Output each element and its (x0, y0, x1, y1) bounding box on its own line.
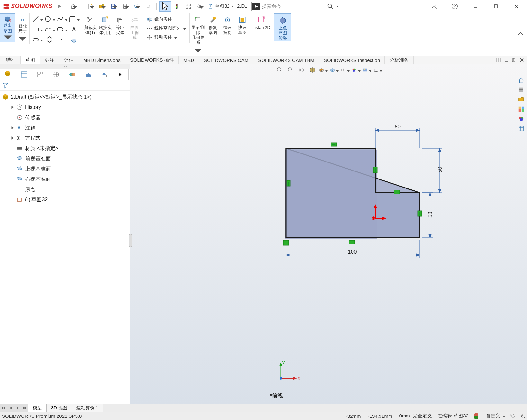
document-title[interactable]: 草图32 ← 2.D... (208, 3, 249, 9)
spline-tool[interactable] (56, 14, 67, 24)
mirror-entities-button[interactable]: 镜向实体 (145, 15, 187, 24)
shaded-sketch-contour-button[interactable]: 上色 草图 轮廓 (274, 13, 291, 41)
point-tool[interactable] (56, 35, 67, 44)
panel-splitter[interactable] (129, 234, 132, 247)
open-doc-button[interactable] (96, 1, 108, 12)
rectangle-tool[interactable] (31, 24, 43, 34)
tab-evaluate[interactable]: 评估 (59, 56, 78, 64)
nav-first-icon[interactable] (0, 404, 7, 412)
doc-close-icon[interactable] (519, 57, 524, 63)
tree-top-plane[interactable]: 上视基准面 (1, 164, 130, 174)
tree-right-plane[interactable]: 右视基准面 (1, 174, 130, 184)
tree-sketch32[interactable]: (-) 草图32 (1, 195, 130, 205)
search-box[interactable] (251, 2, 341, 11)
instant2d-button[interactable]: Instant2D (250, 14, 272, 30)
quick-snap-button[interactable]: 快速 捕捉 (220, 14, 235, 35)
maximize-button[interactable] (488, 1, 504, 12)
tab-sw-addins[interactable]: SOLIDWORKS 插件 (125, 56, 179, 64)
bottom-tab-model[interactable]: 模型 (28, 404, 47, 412)
tab-analysis-prep[interactable]: 分析准备 (385, 56, 414, 64)
collapse-ribbon-icon[interactable] (517, 30, 524, 38)
fm-tab-property[interactable] (16, 69, 32, 80)
arc-tool[interactable] (44, 24, 55, 34)
fm-tab-display[interactable] (64, 69, 80, 80)
bottom-tab-motion[interactable]: 运动算例 1 (72, 404, 103, 412)
smart-dimension-button[interactable]: 智能 尺寸 (15, 13, 30, 44)
doc-maximize-icon[interactable] (512, 57, 517, 63)
tree-front-plane[interactable]: 前视基准面 (1, 153, 130, 164)
tree-origin[interactable]: 原点 (1, 184, 130, 195)
status-custom[interactable]: 自定义 (485, 413, 506, 419)
tree-history[interactable]: History (1, 102, 130, 112)
exit-sketch-button[interactable]: 退出 草图 (0, 13, 15, 42)
fm-tab-dimxpert[interactable] (48, 69, 64, 80)
rebuild-options-button[interactable] (183, 1, 194, 12)
minimize-button[interactable] (467, 1, 483, 12)
search-input[interactable] (260, 4, 327, 9)
settings-button[interactable] (194, 1, 206, 12)
move-entities-button[interactable]: 移动实体 (145, 33, 187, 42)
trim-entities-button[interactable]: 剪裁实 体(T) (83, 14, 97, 35)
ellipse-tool[interactable] (56, 24, 67, 34)
traffic-light-icon[interactable] (171, 1, 183, 12)
user-account-icon[interactable] (426, 1, 442, 12)
tree-annotations[interactable]: A 注解 (1, 123, 130, 133)
plane-tool[interactable] (68, 35, 80, 44)
3d-canvas[interactable]: ✱ 50 50 (130, 64, 527, 404)
fm-tab-more[interactable] (112, 69, 129, 80)
fm-tab-tree[interactable] (0, 69, 16, 80)
new-doc-button[interactable] (85, 1, 96, 12)
tab-annotate[interactable]: 标注 (40, 56, 59, 64)
tree-root-part[interactable]: 2.Draft (默认<<默认>_显示状态 1>) (1, 92, 130, 102)
viewport-split-icon[interactable] (496, 57, 501, 63)
linear-pattern-button[interactable]: 线性草图阵列 (145, 24, 187, 33)
print-button[interactable] (119, 1, 131, 12)
tab-sketch[interactable]: 草图 (21, 56, 40, 64)
line-tool[interactable] (31, 14, 43, 24)
magnifier-icon[interactable] (327, 3, 334, 10)
tab-sw-cam[interactable]: SOLIDWORKS CAM (199, 56, 253, 64)
tab-mbd[interactable]: MBD (179, 56, 199, 64)
save-button[interactable] (108, 1, 119, 12)
panel-handle[interactable] (0, 64, 130, 69)
quick-sketch-button[interactable]: 快速 草图 (235, 14, 249, 35)
circle-tool[interactable] (44, 14, 55, 24)
viewport-single-icon[interactable] (488, 57, 494, 63)
tab-features[interactable]: 特征 (1, 56, 21, 64)
tree-filter-bar[interactable] (0, 80, 130, 91)
polygon-tool[interactable] (44, 35, 55, 44)
bottom-tab-3dview[interactable]: 3D 视图 (47, 404, 72, 412)
tree-material[interactable]: 材质 <未指定> (1, 143, 130, 153)
home-button[interactable] (67, 1, 79, 12)
status-indicator-icon[interactable] (474, 413, 478, 419)
tab-sw-inspection[interactable]: SOLIDWORKS Inspection (319, 56, 385, 64)
doc-minimize-icon[interactable] (504, 57, 509, 63)
fm-tab-config[interactable] (32, 69, 48, 80)
slot-tool[interactable] (31, 35, 43, 44)
nav-last-icon[interactable] (21, 404, 28, 412)
help-icon[interactable] (447, 1, 463, 12)
tree-sensors[interactable]: 传感器 (1, 112, 130, 123)
text-tool[interactable]: A (68, 24, 80, 34)
offset-entities-button[interactable]: 等距 实体 (113, 14, 127, 35)
fm-tab-cam[interactable] (80, 69, 96, 80)
tab-mbd-dimensions[interactable]: MBD Dimensions (78, 56, 125, 64)
repair-sketch-button[interactable]: 修复 草图 (206, 14, 220, 35)
select-button[interactable] (159, 1, 171, 12)
play-icon[interactable] (58, 4, 62, 9)
tab-sw-cam-tbm[interactable]: SOLIDWORKS CAM TBM (253, 56, 319, 64)
status-tag-icon[interactable] (510, 413, 516, 419)
fm-tab-cam-ops[interactable] (96, 69, 112, 80)
svg-point-97 (280, 377, 282, 380)
close-button[interactable] (508, 1, 524, 12)
display-delete-relations-button[interactable]: 显示/删除 几何关系 (191, 14, 205, 56)
nav-prev-icon[interactable] (7, 404, 14, 412)
convert-entities-button[interactable]: 转换实 体引用 (98, 14, 112, 35)
tree-equations[interactable]: Σ 方程式 (1, 133, 130, 143)
sketch-geometry: ✱ 50 50 (130, 64, 527, 385)
redo-button[interactable] (142, 1, 154, 12)
nav-next-icon[interactable] (14, 404, 21, 412)
search-dropdown-icon[interactable] (335, 4, 340, 9)
undo-button[interactable] (131, 1, 142, 12)
fillet-tool[interactable] (68, 14, 80, 24)
